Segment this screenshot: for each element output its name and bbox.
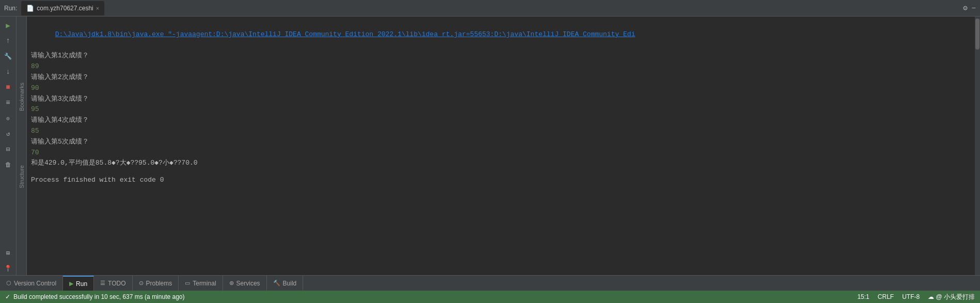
terminal-tab[interactable]: ▭ Terminal bbox=[179, 276, 223, 291]
todo-icon: ☰ bbox=[100, 280, 105, 286]
camera-button[interactable]: ⊙ bbox=[2, 111, 15, 125]
lines-button[interactable]: ≡ bbox=[2, 96, 15, 109]
scrollbar[interactable] bbox=[975, 17, 980, 275]
prompt-2: 请输入第2次成绩？ bbox=[31, 72, 971, 83]
tab-close-icon[interactable]: × bbox=[96, 5, 99, 11]
layout-button[interactable]: ⊞ bbox=[2, 246, 15, 260]
services-icon: ⊛ bbox=[229, 280, 234, 286]
version-control-tab[interactable]: ⬡ Version Control bbox=[0, 276, 63, 291]
todo-label: TODO bbox=[108, 280, 125, 287]
status-bar: ✓ Build completed successfully in 10 sec… bbox=[0, 291, 980, 303]
trash-button[interactable]: 🗑 bbox=[2, 158, 15, 171]
status-check-icon: ✓ bbox=[5, 293, 10, 300]
status-text: Build completed successfully in 10 sec, … bbox=[13, 293, 185, 300]
prompt-4: 请输入第4次成绩？ bbox=[31, 115, 971, 126]
todo-tab[interactable]: ☰ TODO bbox=[94, 276, 132, 291]
rerun-button[interactable]: ↺ bbox=[2, 127, 15, 140]
bookmarks-label[interactable]: Bookmarks bbox=[18, 78, 26, 115]
tab-name: com.yzh70627.ceshi bbox=[37, 5, 93, 12]
left-toolbar: ▶ ↑ 🔧 ↓ ■ ≡ ⊙ ↺ ⊟ 🗑 ⊞ 📍 bbox=[0, 17, 17, 275]
input-2: 90 bbox=[31, 83, 971, 94]
line-ending: CRLF bbox=[878, 293, 894, 300]
stop-button[interactable]: ■ bbox=[2, 81, 15, 94]
top-bar-actions: ⚙ − bbox=[963, 4, 976, 12]
services-label: Services bbox=[236, 280, 260, 287]
terminal-label: Terminal bbox=[193, 280, 216, 287]
problems-tab[interactable]: ⊙ Problems bbox=[133, 276, 179, 291]
build-tab[interactable]: 🔨 Build bbox=[267, 276, 304, 291]
prompt-1: 请输入第1次成绩？ bbox=[31, 51, 971, 61]
input-4: 85 bbox=[31, 126, 971, 137]
run-tab-label: Run bbox=[76, 280, 87, 288]
main-area: ▶ ↑ 🔧 ↓ ■ ≡ ⊙ ↺ ⊟ 🗑 ⊞ 📍 Bookmarks Struct… bbox=[0, 17, 980, 275]
problems-icon: ⊙ bbox=[139, 280, 144, 286]
prompt-3: 请输入第3次成绩？ bbox=[31, 94, 971, 105]
structure-label[interactable]: Structure bbox=[18, 161, 26, 193]
run-label: Run: bbox=[4, 5, 17, 12]
input-5: 70 bbox=[31, 148, 971, 158]
minimize-icon[interactable]: − bbox=[972, 4, 976, 12]
version-control-icon: ⬡ bbox=[6, 280, 11, 286]
cursor-position: 15:1 bbox=[857, 293, 869, 300]
print-button[interactable]: ⊟ bbox=[2, 142, 15, 156]
status-left: ✓ Build completed successfully in 10 sec… bbox=[5, 293, 185, 300]
console-area[interactable]: D:\Java\jdk1.8\bin\java.exe "-javaagent:… bbox=[27, 17, 975, 275]
problems-label: Problems bbox=[146, 280, 172, 287]
bottom-tabs: ⬡ Version Control ▶ Run ☰ TODO ⊙ Problem… bbox=[0, 275, 980, 291]
settings-icon[interactable]: ⚙ bbox=[963, 4, 967, 12]
scrollbar-thumb[interactable] bbox=[975, 19, 979, 50]
side-labels: Bookmarks Structure bbox=[17, 17, 27, 275]
java-exe-link[interactable]: D:\Java\jdk1.8\bin\java.exe "-javaagent:… bbox=[55, 30, 635, 38]
cloud-label: ☁ @ 小头爱打排 bbox=[928, 293, 975, 301]
terminal-icon: ▭ bbox=[185, 280, 190, 286]
command-line: D:\Java\jdk1.8\bin\java.exe "-javaagent:… bbox=[31, 19, 971, 51]
arrow-down-button[interactable]: ↓ bbox=[2, 65, 15, 78]
run-tab-icon: ▶ bbox=[69, 280, 73, 287]
result-line: 和是429.0,平均值是85.8◆?大◆??95.0◆?小◆??70.0 bbox=[31, 158, 971, 169]
pin-button[interactable]: 📍 bbox=[2, 262, 15, 275]
build-label: Build bbox=[283, 280, 297, 287]
build-icon: 🔨 bbox=[273, 280, 280, 286]
run-tab[interactable]: ▶ Run bbox=[63, 276, 94, 291]
services-tab[interactable]: ⊛ Services bbox=[223, 276, 267, 291]
input-1: 89 bbox=[31, 61, 971, 72]
console-spacer bbox=[31, 169, 971, 175]
play-button[interactable]: ▶ bbox=[2, 19, 15, 32]
version-control-label: Version Control bbox=[14, 280, 56, 287]
arrow-up-button[interactable]: ↑ bbox=[2, 34, 15, 47]
wrench-button[interactable]: 🔧 bbox=[2, 50, 15, 63]
input-3: 95 bbox=[31, 104, 971, 115]
status-right: 15:1 CRLF UTF-8 ☁ @ 小头爱打排 bbox=[857, 293, 975, 301]
top-bar: Run: 📄 com.yzh70627.ceshi × ⚙ − bbox=[0, 0, 980, 17]
process-finish-line: Process finished with exit code 0 bbox=[31, 175, 971, 186]
encoding: UTF-8 bbox=[902, 293, 920, 300]
prompt-5: 请输入第5次成绩？ bbox=[31, 137, 971, 148]
run-tab-header[interactable]: 📄 com.yzh70627.ceshi × bbox=[21, 1, 104, 15]
